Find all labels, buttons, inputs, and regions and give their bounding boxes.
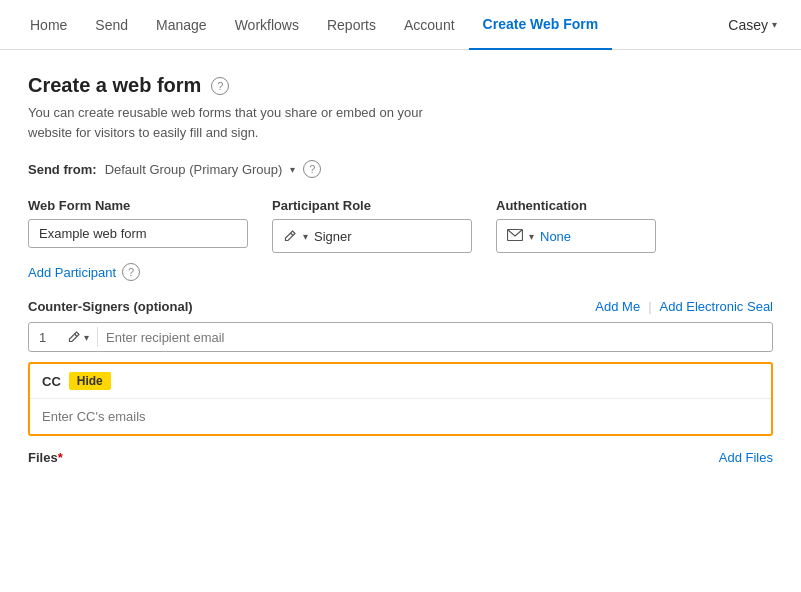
recipient-number: 1 [39,330,59,345]
send-from-label: Send from: [28,162,97,177]
recipient-row: 1 ▾ [28,322,773,352]
add-participant-link[interactable]: Add Participant [28,265,116,280]
title-help-icon[interactable]: ? [211,77,229,95]
page-title: Create a web form [28,74,201,97]
role-chevron: ▾ [303,231,308,242]
cc-hide-button[interactable]: Hide [69,372,111,390]
participant-role-group: Participant Role ▾ Signer [272,198,472,253]
participant-role-field[interactable]: ▾ Signer [272,219,472,253]
auth-email-icon [507,228,523,244]
nav-user-chevron: ▾ [772,19,777,30]
recipient-separator [97,327,98,347]
files-required-star: * [58,450,63,465]
cc-section: CC Hide [28,362,773,436]
role-text: Signer [314,229,352,244]
counter-signers-label: Counter-Signers (optional) [28,299,193,314]
auth-text: None [540,229,571,244]
files-label: Files* [28,450,63,465]
recipient-email-input[interactable] [106,330,762,345]
web-form-name-group: Web Form Name [28,198,248,248]
authentication-label: Authentication [496,198,656,213]
send-from-select[interactable]: Default Group (Primary Group) ▾ [105,162,296,177]
cc-label: CC [42,374,61,389]
nav-user-name: Casey [728,17,768,33]
cc-header: CC Hide [30,364,771,399]
participant-role-label: Participant Role [272,198,472,213]
recipient-role-arrow: ▾ [84,332,89,343]
counter-signers-row: Counter-Signers (optional) Add Me | Add … [28,299,773,314]
send-from-value: Default Group (Primary Group) [105,162,283,177]
authentication-field[interactable]: ▾ None [496,219,656,253]
nav-reports[interactable]: Reports [313,0,390,50]
main-content: Create a web form ? You can create reusa… [0,50,801,489]
files-row: Files* Add Files [28,450,773,465]
nav-workflows[interactable]: Workflows [221,0,313,50]
nav-manage[interactable]: Manage [142,0,221,50]
send-from-arrow: ▾ [290,164,295,175]
add-files-link[interactable]: Add Files [719,450,773,465]
add-participant-help-icon[interactable]: ? [122,263,140,281]
form-grid: Web Form Name Participant Role ▾ Signer … [28,198,773,253]
web-form-name-input[interactable] [28,219,248,248]
actions-divider: | [648,299,651,314]
page-title-row: Create a web form ? [28,74,773,97]
add-participant-row: Add Participant ? [28,263,773,281]
page-subtitle: You can create reusable web forms that y… [28,103,773,142]
recipient-signer-icon[interactable]: ▾ [67,330,89,344]
nav-bar: Home Send Manage Workflows Reports Accou… [0,0,801,50]
web-form-name-label: Web Form Name [28,198,248,213]
add-me-link[interactable]: Add Me [595,299,640,314]
authentication-group: Authentication ▾ None [496,198,656,253]
counter-signers-actions: Add Me | Add Electronic Seal [595,299,773,314]
nav-user[interactable]: Casey ▾ [720,17,785,33]
nav-send[interactable]: Send [81,0,142,50]
send-from-row: Send from: Default Group (Primary Group)… [28,160,773,178]
nav-home[interactable]: Home [16,0,81,50]
send-from-help-icon[interactable]: ? [303,160,321,178]
add-electronic-seal-link[interactable]: Add Electronic Seal [660,299,773,314]
signer-pen-icon [283,229,297,243]
nav-account[interactable]: Account [390,0,469,50]
cc-email-input[interactable] [30,399,771,434]
nav-create-web-form[interactable]: Create Web Form [469,0,613,50]
auth-chevron: ▾ [529,231,534,242]
